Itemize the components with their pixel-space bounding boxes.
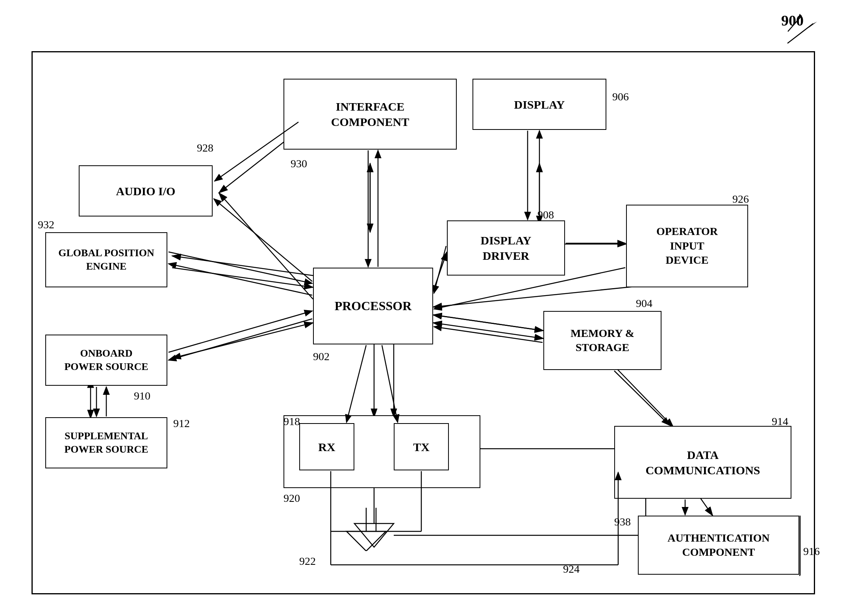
label-912: 912 bbox=[173, 417, 190, 430]
antenna-svg bbox=[343, 508, 390, 551]
supplemental-power-box: SUPPLEMENTAL POWER SOURCE bbox=[45, 417, 167, 468]
fig-number: 900 bbox=[781, 12, 804, 29]
tx-box: TX bbox=[394, 423, 449, 470]
onboard-power-box: ONBOARD POWER SOURCE bbox=[45, 335, 167, 386]
display-driver-box: DISPLAY DRIVER bbox=[447, 220, 565, 276]
data-communications-box: DATA COMMUNICATIONS bbox=[614, 426, 791, 499]
operator-input-box: OPERATOR INPUT DEVICE bbox=[626, 205, 748, 287]
svg-marker-31 bbox=[808, 22, 817, 28]
label-922: 922 bbox=[299, 555, 316, 568]
label-916: 916 bbox=[803, 545, 820, 558]
label-914: 914 bbox=[772, 415, 788, 428]
global-position-box: GLOBAL POSITION ENGINE bbox=[45, 232, 167, 287]
label-906: 906 bbox=[612, 91, 629, 103]
authentication-box: AUTHENTICATION COMPONENT bbox=[638, 516, 799, 575]
label-918: 918 bbox=[283, 415, 300, 428]
svg-marker-29 bbox=[346, 531, 386, 551]
fig-label: 900 bbox=[781, 12, 804, 29]
label-910: 910 bbox=[134, 390, 150, 402]
interface-component-box: INTERFACE COMPONENT bbox=[283, 79, 457, 150]
rx-box: RX bbox=[299, 423, 354, 470]
label-938: 938 bbox=[614, 516, 631, 528]
label-928: 928 bbox=[197, 142, 213, 154]
memory-storage-box: MEMORY & STORAGE bbox=[543, 311, 661, 370]
display-box: DISPLAY bbox=[472, 79, 606, 130]
label-920: 920 bbox=[283, 492, 300, 505]
label-926: 926 bbox=[732, 193, 749, 205]
label-930: 930 bbox=[291, 157, 307, 170]
label-908: 908 bbox=[537, 209, 554, 221]
label-924: 924 bbox=[563, 563, 580, 575]
processor-box: PROCESSOR bbox=[313, 268, 433, 344]
diagram-wrapper: 900 bbox=[0, 0, 843, 616]
label-932: 932 bbox=[38, 218, 54, 231]
label-904: 904 bbox=[636, 297, 652, 310]
label-902: 902 bbox=[313, 350, 330, 363]
audio-io-box: AUDIO I/O bbox=[79, 165, 213, 216]
